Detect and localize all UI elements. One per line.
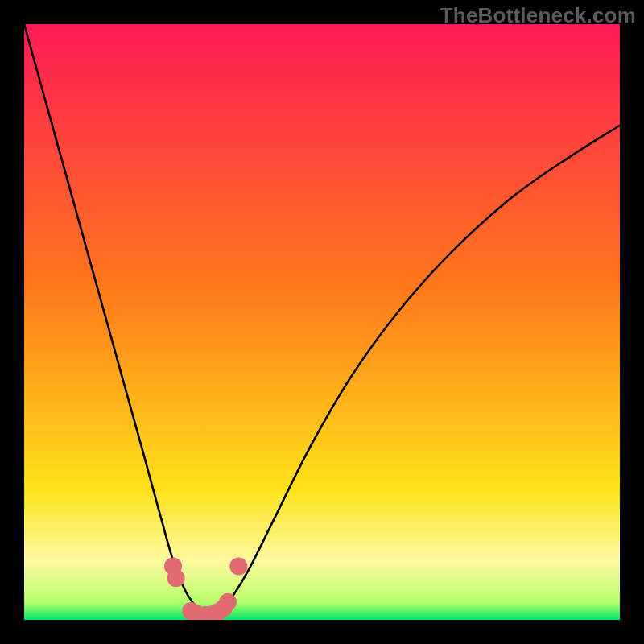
gradient-background bbox=[24, 24, 620, 620]
chart-svg bbox=[24, 24, 620, 620]
curve-marker bbox=[167, 569, 185, 587]
watermark-text: TheBottleneck.com bbox=[440, 3, 636, 28]
chart-frame: TheBottleneck.com bbox=[0, 0, 644, 644]
curve-marker bbox=[229, 557, 247, 575]
plot-area bbox=[24, 24, 620, 620]
curve-marker bbox=[219, 593, 237, 611]
